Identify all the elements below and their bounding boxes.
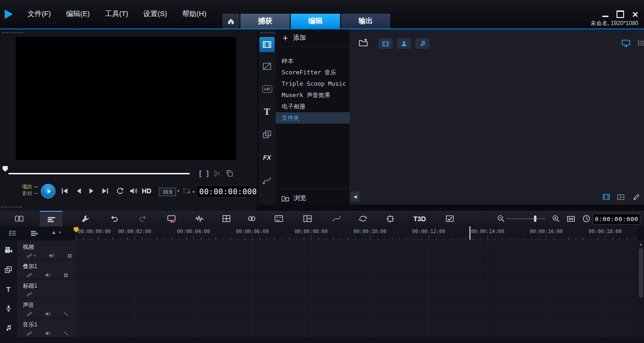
scene-view-button[interactable] [621, 38, 631, 48]
edit-pencil-icon[interactable] [633, 193, 640, 201]
home-tab[interactable] [222, 14, 239, 28]
video-360-button[interactable] [353, 211, 372, 226]
tab-edit[interactable]: 编辑 [291, 14, 340, 28]
tab-output[interactable]: 输出 [341, 14, 390, 28]
nav-item-photo-album[interactable]: 电子相册 [276, 101, 350, 112]
aspect-ratio-select[interactable]: 16:9 [159, 188, 176, 196]
motion-path-button[interactable] [327, 211, 346, 226]
zoom-slider-thumb[interactable] [534, 216, 536, 222]
repeat-button[interactable] [116, 187, 124, 195]
motion-tracking-button[interactable] [381, 211, 400, 226]
music-track-header[interactable]: 音乐1 [17, 318, 75, 337]
timeline-ruler[interactable]: 00:00:00:00 00:00:02:00 00:00:04:00 00:0… [76, 226, 638, 240]
library-titles-button[interactable]: AB [259, 81, 275, 97]
collapse-nav-button[interactable]: ◀ [351, 191, 359, 202]
mark-out-button[interactable]: ] [206, 169, 209, 177]
library-filters-button[interactable]: FX [259, 150, 275, 165]
library-transitions-button[interactable] [259, 59, 275, 74]
sound-mixer-button[interactable] [190, 211, 209, 226]
browse-button[interactable]: 浏览 [281, 194, 306, 202]
panel-drag-handle[interactable] [2, 32, 23, 33]
link-icon[interactable] [27, 291, 32, 297]
go-to-end-button[interactable] [101, 187, 110, 195]
video-track-type[interactable] [0, 241, 17, 260]
tools-button[interactable] [76, 211, 95, 226]
storyboard-panel-icon[interactable] [616, 193, 625, 201]
mask-creator-button[interactable] [440, 211, 459, 226]
go-to-start-button[interactable] [60, 187, 69, 195]
link-icon[interactable] [27, 311, 32, 317]
toolbar-drag-handle[interactable] [1, 207, 22, 208]
nav-item-scorefitter[interactable]: ScoreFitter 音乐 [276, 67, 350, 78]
hd-toggle[interactable]: HD [142, 187, 151, 195]
screen-record-button[interactable] [162, 211, 181, 226]
nav-item-folder[interactable]: 文件夹 [276, 112, 350, 124]
library-subtitle-button[interactable]: T [259, 104, 275, 119]
scrubber-handle-icon[interactable] [2, 166, 8, 172]
paint-creator-button[interactable] [242, 211, 261, 226]
redo-button[interactable] [133, 211, 152, 226]
library-motion-path-button[interactable] [259, 172, 275, 188]
chapter-cue-button[interactable]: ▲ ▼ [51, 229, 62, 235]
selection-caret-icon[interactable]: ▼ [192, 190, 195, 194]
title-3d-button[interactable]: T3D [408, 211, 432, 226]
close-button[interactable] [632, 11, 638, 18]
menu-settings[interactable]: 设置(S) [143, 9, 167, 18]
list-view-button[interactable] [637, 39, 644, 47]
mute-track-button[interactable] [45, 330, 51, 336]
menu-tools[interactable]: 工具(T) [105, 9, 128, 18]
track-list-button[interactable] [8, 229, 17, 237]
playhead-handle[interactable] [74, 227, 79, 233]
restore-button[interactable] [616, 10, 624, 18]
scrollbar-thumb[interactable] [639, 248, 643, 298]
filter-audio-button[interactable] [415, 38, 430, 49]
previous-frame-button[interactable] [74, 187, 83, 195]
multicam-editor-button[interactable] [217, 211, 236, 226]
nav-item-muserk[interactable]: Muserk 声音效果 [276, 90, 350, 101]
menu-edit[interactable]: 编辑(E) [66, 9, 90, 18]
filter-video-button[interactable] [378, 38, 393, 49]
import-media-button[interactable] [358, 38, 368, 47]
timeline-view-button[interactable] [40, 211, 63, 227]
tab-capture[interactable]: 捕获 [240, 14, 290, 28]
ripple-link-button[interactable]: ▼ [27, 253, 36, 259]
track-grid-button[interactable] [63, 272, 69, 278]
split-screen-template-button[interactable] [298, 211, 317, 226]
subtitle-editor-button[interactable] [269, 211, 288, 226]
minimize-button[interactable] [602, 16, 608, 17]
storyboard-view-button[interactable] [9, 211, 28, 226]
fade-icon[interactable] [63, 330, 69, 336]
play-button[interactable] [41, 184, 55, 199]
voice-track-content[interactable] [76, 299, 638, 318]
next-frame-button[interactable] [87, 187, 96, 195]
library-media-button[interactable] [259, 37, 275, 52]
voice-track-type[interactable] [0, 299, 17, 318]
nav-item-samples[interactable]: 样本 [276, 55, 350, 67]
library-graphics-button[interactable] [259, 127, 275, 142]
preview-timecode[interactable]: 00:00:00:000 ▲▼ [196, 185, 251, 198]
split-clip-icon[interactable] [213, 170, 221, 177]
mute-track-button[interactable] [45, 272, 51, 278]
volume-button[interactable] [129, 187, 138, 195]
project-mode-button[interactable]: 项目 [22, 183, 38, 190]
enlarge-preview-icon[interactable] [226, 170, 233, 177]
scroll-up-arrow[interactable]: ▲ [638, 241, 644, 246]
library-panel-toggle-icon[interactable] [602, 193, 611, 201]
timeline-scrollbar[interactable]: ▲ [638, 241, 644, 337]
title-track-header[interactable]: 标题1 [17, 280, 75, 298]
link-icon[interactable] [27, 272, 32, 278]
overlay-track-content[interactable] [76, 260, 638, 279]
add-folder-button[interactable]: 添加 [276, 29, 350, 47]
title-track-content[interactable] [76, 280, 638, 298]
filter-photo-button[interactable] [397, 38, 411, 49]
video-track-header[interactable]: 视频 ▼ [17, 241, 75, 260]
undo-button[interactable] [105, 211, 124, 226]
overlay-track-type[interactable] [0, 260, 17, 279]
overlay-track-header[interactable]: 叠加1 [17, 260, 75, 279]
mark-in-button[interactable]: [ [199, 169, 202, 177]
music-track-type[interactable] [0, 318, 17, 337]
nav-item-triple-scoop[interactable]: Triple Scoop Music [276, 78, 350, 90]
mute-track-button[interactable] [48, 253, 55, 259]
menu-help[interactable]: 帮助(H) [182, 9, 206, 18]
seek-bar[interactable] [9, 173, 190, 174]
